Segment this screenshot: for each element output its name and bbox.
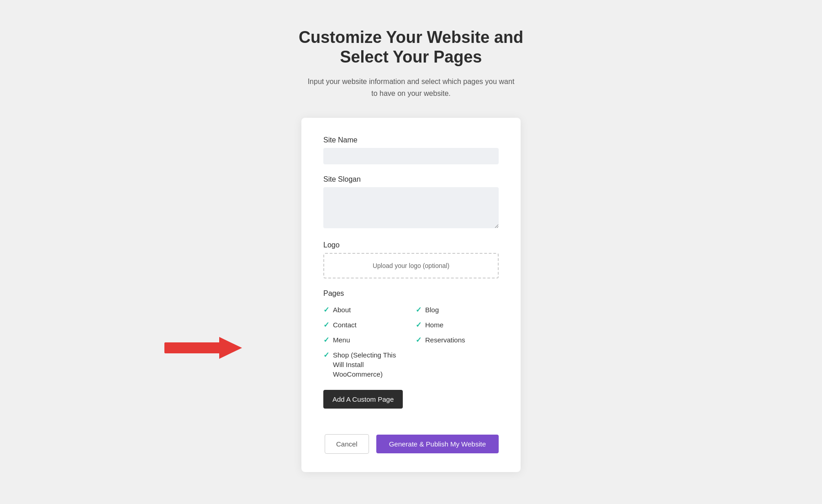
page-item-shop[interactable]: ✓ Shop (Selecting This Will Install WooC… [323, 350, 406, 379]
pages-field: Pages ✓ About ✓ Blog ✓ Contact [323, 289, 499, 423]
pages-grid: ✓ About ✓ Blog ✓ Contact ✓ Home [323, 305, 499, 379]
annotation-arrow [219, 337, 242, 359]
page-subtitle: Input your website information and selec… [306, 76, 516, 99]
form-card: Site Name Site Slogan Logo Upload your l… [301, 118, 521, 472]
cancel-button[interactable]: Cancel [325, 434, 369, 454]
logo-upload-area[interactable]: Upload your logo (optional) [323, 253, 499, 278]
check-icon-about: ✓ [323, 305, 329, 314]
page-label-reservations: Reservations [425, 335, 465, 345]
page-label-menu: Menu [333, 335, 350, 345]
site-slogan-field: Site Slogan [323, 175, 499, 230]
page-item-blog[interactable]: ✓ Blog [416, 305, 499, 315]
page-label-about: About [333, 305, 351, 315]
page-label-shop: Shop (Selecting This Will Install WooCom… [333, 350, 406, 379]
form-actions: Cancel Generate & Publish My Website [323, 434, 499, 454]
page-title: Customize Your Website and Select Your P… [299, 27, 523, 67]
check-icon-contact: ✓ [323, 320, 329, 329]
check-icon-shop: ✓ [323, 351, 329, 359]
check-icon-home: ✓ [416, 320, 422, 329]
check-icon-menu: ✓ [323, 336, 329, 344]
page-item-home[interactable]: ✓ Home [416, 320, 499, 330]
page-item-about[interactable]: ✓ About [323, 305, 406, 315]
generate-publish-button[interactable]: Generate & Publish My Website [376, 435, 499, 453]
page-item-menu[interactable]: ✓ Menu [323, 335, 406, 345]
site-slogan-label: Site Slogan [323, 175, 499, 184]
check-icon-reservations: ✓ [416, 336, 422, 344]
site-slogan-input[interactable] [323, 187, 499, 228]
page-header: Customize Your Website and Select Your P… [299, 27, 523, 100]
pages-label: Pages [323, 289, 499, 298]
site-name-input[interactable] [323, 148, 499, 164]
page-label-blog: Blog [425, 305, 439, 315]
site-name-label: Site Name [323, 136, 499, 144]
site-name-field: Site Name [323, 136, 499, 164]
add-custom-page-button[interactable]: Add A Custom Page [323, 390, 403, 409]
logo-label: Logo [323, 241, 499, 249]
page-item-reservations[interactable]: ✓ Reservations [416, 335, 499, 345]
logo-field: Logo Upload your logo (optional) [323, 241, 499, 278]
page-label-home: Home [425, 320, 443, 330]
page-label-contact: Contact [333, 320, 357, 330]
page-item-contact[interactable]: ✓ Contact [323, 320, 406, 330]
check-icon-blog: ✓ [416, 305, 422, 314]
